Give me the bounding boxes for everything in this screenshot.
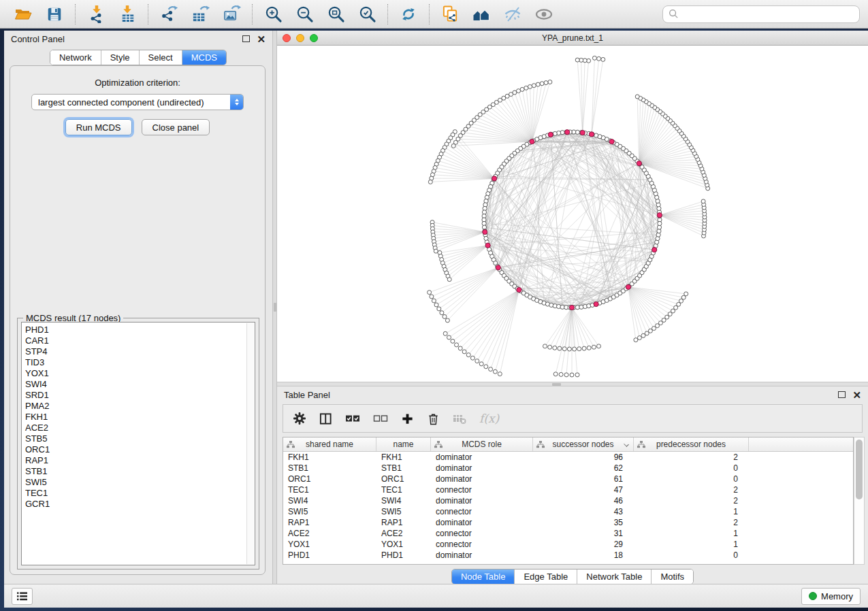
export-table-button[interactable] — [188, 3, 212, 25]
mcds-result-item[interactable]: STP4 — [25, 346, 255, 357]
divider-handle[interactable] — [274, 303, 276, 312]
export-image-button[interactable] — [219, 3, 244, 25]
refresh-button[interactable] — [396, 3, 421, 25]
cell-successor-nodes: 47 — [533, 484, 634, 495]
table-row[interactable]: PHD1PHD1dominator180 — [283, 550, 853, 561]
mcds-result-item[interactable]: TID3 — [25, 357, 255, 368]
column-header-successor-nodes[interactable]: successor nodes — [533, 437, 634, 451]
search-field[interactable] — [662, 5, 860, 23]
hide-selected-button[interactable] — [500, 3, 525, 25]
cell-predecessor-nodes: 1 — [634, 506, 749, 517]
scrollbar-thumb[interactable] — [856, 440, 863, 499]
table-row[interactable]: ORC1ORC1dominator610 — [283, 474, 853, 484]
network-view-window: YPA_prune.txt_1 — [277, 31, 868, 382]
open-file-button[interactable] — [11, 3, 35, 25]
table-row[interactable]: STB1STB1dominator620 — [283, 463, 853, 474]
mcds-result-item[interactable]: RAP1 — [25, 455, 255, 466]
mcds-result-item[interactable]: TEC1 — [25, 488, 255, 499]
save-icon — [46, 5, 63, 23]
table-scrollbar[interactable] — [854, 437, 865, 565]
mcds-result-item[interactable]: STB1 — [25, 466, 255, 477]
zoom-out-button[interactable] — [292, 3, 317, 25]
mcds-list-scrollbar[interactable] — [246, 323, 254, 564]
import-network-button[interactable] — [84, 3, 108, 25]
zoom-fit-button[interactable] — [323, 3, 348, 25]
table-row[interactable]: SWI5SWI5connector431 — [283, 506, 853, 517]
delete-table-icon — [453, 412, 466, 425]
cell-MCDS-role: dominator — [431, 463, 533, 474]
deselect-all-icon[interactable] — [373, 414, 388, 423]
table-row[interactable]: TEC1TEC1connector472 — [283, 484, 853, 495]
mcds-result-item[interactable]: STB5 — [25, 433, 255, 444]
tab-network[interactable]: Network — [50, 50, 101, 65]
mcds-result-item[interactable]: YOX1 — [25, 368, 255, 379]
mcds-result-item[interactable]: PMA2 — [25, 401, 255, 412]
column-header-shared-name[interactable]: shared name — [283, 437, 376, 451]
table-row[interactable]: SWI4SWI4dominator462 — [283, 495, 853, 506]
table-row[interactable]: ACE2ACE2connector311 — [283, 528, 853, 539]
close-panel-icon[interactable]: ✕ — [257, 34, 266, 44]
mcds-result-item[interactable]: FKH1 — [25, 412, 255, 423]
run-mcds-button[interactable]: Run MCDS — [65, 119, 132, 135]
duplicate-network-button[interactable] — [438, 3, 462, 25]
network-canvas[interactable] — [277, 46, 868, 382]
optimization-criterion-label: Optimization criterion: — [10, 78, 265, 88]
mcds-result-item[interactable]: SWI5 — [25, 477, 255, 488]
export-network-button[interactable] — [157, 3, 181, 25]
save-session-button[interactable] — [42, 3, 67, 25]
first-neighbors-button[interactable] — [469, 3, 494, 25]
mcds-result-item[interactable]: GCR1 — [25, 499, 255, 510]
vertical-split-divider[interactable] — [272, 31, 277, 584]
horizontal-split-divider[interactable] — [277, 382, 868, 386]
main-window: Control Panel ✕ NetworkStyleSelectMCDS O… — [4, 31, 868, 608]
hide-selected-icon — [503, 5, 522, 24]
tab-node-table[interactable]: Node Table — [452, 569, 515, 584]
float-panel-icon[interactable] — [838, 391, 846, 398]
memory-button[interactable]: Memory — [801, 588, 861, 605]
mcds-result-item[interactable]: ACE2 — [25, 423, 255, 433]
mcds-result-item[interactable]: ORC1 — [25, 444, 255, 455]
tab-style[interactable]: Style — [101, 50, 139, 65]
criterion-dropdown[interactable]: largest connected component (undirected) — [31, 94, 244, 110]
divider-handle[interactable] — [552, 383, 561, 386]
show-all-button[interactable] — [532, 3, 556, 25]
table-row[interactable]: FKH1FKH1dominator962 — [283, 452, 853, 463]
tab-network-table[interactable]: Network Table — [577, 569, 651, 584]
mcds-result-item[interactable]: PHD1 — [25, 325, 255, 335]
mcds-result-item[interactable]: SRD1 — [25, 390, 255, 401]
import-table-button[interactable] — [115, 3, 140, 25]
cell-successor-nodes: 96 — [533, 452, 634, 463]
cell-predecessor-nodes: 0 — [634, 550, 749, 561]
float-panel-icon[interactable] — [242, 35, 250, 42]
close-panel-icon[interactable]: ✕ — [852, 390, 861, 400]
delete-icon[interactable] — [427, 412, 440, 425]
column-header-name[interactable]: name — [376, 437, 431, 451]
tab-motifs[interactable]: Motifs — [651, 569, 693, 584]
cell-predecessor-nodes: 1 — [634, 539, 749, 550]
cell-name: RAP1 — [376, 517, 431, 528]
tab-mcds[interactable]: MCDS — [182, 50, 226, 65]
column-header-predecessor-nodes[interactable]: predecessor nodes — [634, 437, 749, 451]
zoom-selected-button[interactable] — [355, 3, 379, 25]
table-row[interactable]: YOX1YOX1connector291 — [283, 539, 853, 550]
control-panel-tabs: NetworkStyleSelectMCDS — [50, 50, 227, 65]
table-body: FKH1FKH1dominator962STB1STB1dominator620… — [283, 452, 853, 561]
gear-icon[interactable] — [293, 412, 306, 425]
close-panel-button[interactable]: Close panel — [142, 119, 210, 135]
mcds-result-listbox[interactable]: PHD1CAR1STP4TID3YOX1SWI4SRD1PMA2FKH1ACE2… — [21, 322, 255, 565]
zoom-in-icon — [264, 5, 283, 23]
import-network-icon — [87, 5, 106, 23]
add-icon[interactable] — [401, 412, 414, 425]
tab-select[interactable]: Select — [139, 50, 182, 65]
search-input[interactable] — [683, 9, 854, 19]
table-row[interactable]: RAP1RAP1dominator352 — [283, 517, 853, 528]
mcds-result-item[interactable]: SWI4 — [25, 379, 255, 390]
zoom-in-button[interactable] — [261, 3, 285, 25]
columns-icon[interactable] — [319, 412, 332, 425]
tab-edge-table[interactable]: Edge Table — [514, 569, 577, 584]
mcds-result-item[interactable]: CAR1 — [25, 335, 255, 346]
select-all-icon[interactable] — [345, 414, 360, 423]
mcds-result-list: PHD1CAR1STP4TID3YOX1SWI4SRD1PMA2FKH1ACE2… — [22, 323, 255, 510]
task-history-button[interactable] — [12, 588, 33, 605]
column-header-MCDS-role[interactable]: MCDS role — [431, 437, 533, 451]
